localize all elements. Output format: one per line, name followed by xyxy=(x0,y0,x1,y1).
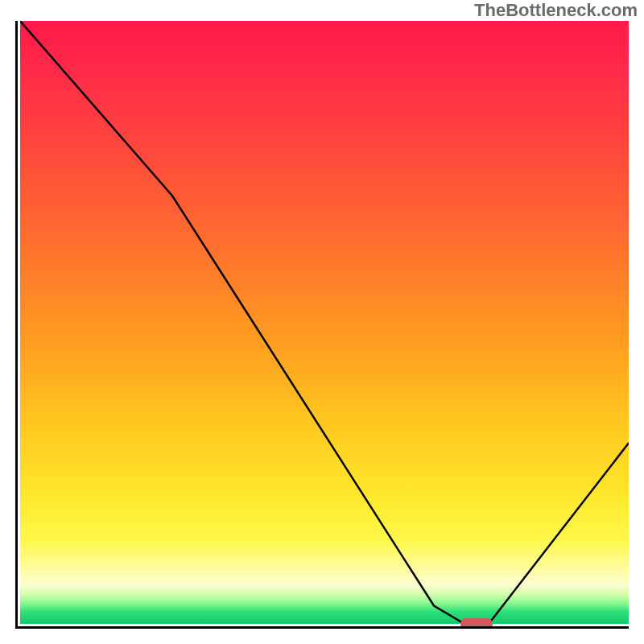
watermark-text: TheBottleneck.com xyxy=(474,0,638,21)
curve-svg xyxy=(20,21,629,624)
optimum-marker xyxy=(460,618,493,629)
bottleneck-chart: TheBottleneck.com xyxy=(0,0,644,644)
plot-outer xyxy=(15,21,629,629)
curve-layer xyxy=(20,21,629,624)
bottleneck-curve-path xyxy=(20,21,629,624)
plot-area xyxy=(15,21,629,629)
